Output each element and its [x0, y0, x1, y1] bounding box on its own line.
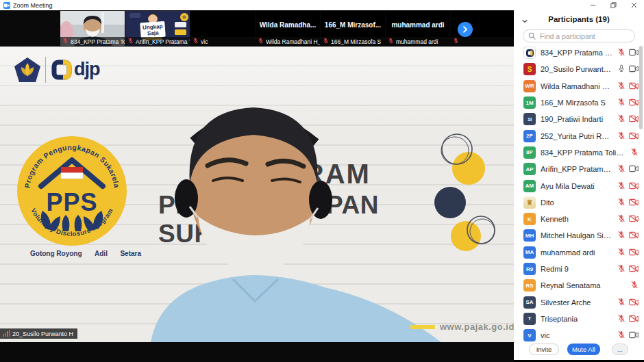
participant-row[interactable]: 834_KPP Pratama To... (Host, me) [514, 44, 639, 61]
participant-row[interactable]: APArifin_KPP Pratama Tolitoli [514, 161, 639, 177]
thumbnail-name-label: vic [190, 37, 255, 46]
participant-row[interactable]: MAmuhammad ardi [514, 244, 639, 261]
participant-row[interactable]: 1I190_Pratiwi Indarti [514, 111, 639, 127]
camera-off-icon [629, 296, 639, 309]
participant-status-icons [617, 313, 639, 325]
mute-all-button[interactable]: Mute All [567, 344, 600, 355]
thumbnail-name-label: Wilda Ramadhani H_... [256, 37, 320, 46]
camera-off-icon [629, 130, 639, 142]
camera-off-icon [629, 113, 639, 125]
participant-row[interactable]: KKenneth [514, 211, 639, 227]
avatar: K [523, 213, 536, 225]
video-thumbnail[interactable]: muhammad ardimuhammad ardi [386, 11, 450, 46]
muted-mic-icon [617, 163, 626, 175]
participant-status-icons [617, 196, 639, 209]
participant-name: Kenneth [541, 215, 612, 223]
window-title: Zoom Meeting [13, 2, 53, 9]
video-thumbnail[interactable]: Ungkap Saja Arifin_KPP Pratama T... [125, 11, 190, 46]
participant-row[interactable]: Vvic [514, 327, 639, 344]
muted-mic-icon [323, 38, 329, 45]
camera-off-icon [629, 246, 639, 259]
camera-on-icon [629, 163, 639, 175]
watermark: www.pajak.go.id [410, 322, 514, 332]
participant-name: 834_KPP Pratama To... (Host, me) [541, 49, 612, 57]
avatar: V [523, 329, 536, 341]
camera-off-icon [629, 180, 639, 192]
avatar: RS [523, 279, 536, 292]
thumbnail-name-label: 166_M Mirzasofa S [321, 37, 385, 46]
participant-name: 190_Pratiwi Indarti [541, 115, 612, 123]
scrollbar-thumb[interactable] [639, 46, 643, 129]
participants-header: Participants (19) [514, 10, 644, 27]
participant-row[interactable]: 2P252_Yurita Putri Rahmasari [514, 127, 639, 144]
participant-row[interactable]: 1M166_M Mirzasofa S [514, 94, 639, 111]
video-thumbnail[interactable]: 834_KPP Pratama Toli... [60, 11, 125, 46]
participant-status-icons [617, 263, 639, 275]
muted-mic-icon [617, 180, 626, 192]
participant-name: Arifin_KPP Pratama Tolitoli [541, 165, 612, 173]
thumbnail-name-label: muhammad ardi [386, 37, 450, 46]
avatar: 8P [523, 146, 536, 159]
camera-off-icon [629, 313, 639, 325]
avatar: SA [523, 296, 536, 309]
participant-name: 166_M Mirzasofa S [541, 99, 612, 107]
thumbnail-name-label [451, 37, 514, 46]
camera-on-icon [629, 329, 639, 341]
tagline-item: Gotong Royong [30, 250, 82, 257]
participant-row[interactable]: R9Redmi 9 [514, 261, 639, 277]
video-thumbnail[interactable]: Wilda Ramadha...Wilda Ramadhani H_... [256, 11, 320, 46]
active-speaker-video[interactable]: PROGRAM PENGUNGKAPAN SUKARELA [0, 47, 514, 342]
participant-name: Redmi 9 [541, 265, 612, 273]
participant-status-icons [617, 246, 639, 259]
speaker-name-text: 20_Susilo Purwanto H [12, 331, 73, 337]
avatar: 2P [523, 130, 536, 142]
muted-mic-icon [617, 329, 626, 341]
camera-on-icon [629, 47, 639, 59]
participant-status-icons [617, 163, 639, 175]
camera-off-icon [629, 229, 639, 242]
participant-row[interactable]: TTriseptania [514, 311, 639, 327]
more-options-button[interactable]: ... [612, 344, 628, 355]
participant-row[interactable]: RSReynal Senatama [514, 277, 639, 294]
djp-logo-text: djp [74, 59, 100, 80]
thumbnail-display-name: 166_M Mirzasof... [321, 21, 385, 29]
participant-row[interactable]: S20_Susilo Purwanto H (Co-host) [514, 61, 639, 77]
pps-acronym: PPS [46, 188, 97, 216]
invite-button[interactable]: Invite [529, 344, 559, 355]
camera-on-icon [629, 63, 639, 75]
close-button[interactable] [623, 0, 644, 10]
participants-panel: Participants (19) 834_KPP Pratama To... … [514, 10, 644, 360]
thumbnail-name-label: Arifin_KPP Pratama T... [125, 37, 190, 46]
muted-mic-icon [453, 38, 459, 45]
participant-name: Wilda Ramadhani H_... (Co-host) [541, 82, 612, 90]
muted-mic-icon [193, 38, 199, 45]
muted-mic-icon [630, 279, 639, 292]
participant-row[interactable]: SASilvester Arche [514, 294, 639, 310]
avatar: AM [523, 180, 536, 192]
muted-mic-icon [127, 38, 134, 45]
participant-row[interactable]: 8P834_KPP Pratama Toli Toli_2 [514, 144, 639, 161]
participant-status-icons [617, 80, 639, 92]
search-box[interactable] [523, 29, 635, 42]
video-thumbnail[interactable]: vic [190, 11, 255, 46]
muted-mic-icon [617, 196, 626, 209]
participant-name: 834_KPP Pratama Toli Toli_2 [541, 148, 626, 157]
participant-name: 20_Susilo Purwanto H (Co-host) [541, 65, 612, 73]
participant-name: Dito [541, 198, 612, 207]
video-thumbnail[interactable]: 166_M Mirzasof...166_M Mirzasofa S [321, 11, 385, 46]
search-input[interactable] [538, 31, 630, 41]
muted-mic-icon [617, 263, 626, 275]
chevron-down-icon[interactable] [521, 15, 528, 27]
title-bar: Zoom Meeting [0, 0, 644, 10]
participant-row[interactable]: MHMitchel Haulgan Siallagan [514, 227, 639, 244]
next-page-button[interactable] [458, 22, 473, 37]
muted-mic-icon [630, 146, 639, 159]
minimize-button[interactable] [582, 0, 603, 10]
participant-row[interactable]: AMAyu Mila Dewati [514, 177, 639, 194]
window-controls [582, 0, 644, 10]
participant-name: Triseptania [541, 315, 612, 323]
person-silhouette [151, 107, 441, 342]
participant-row[interactable]: WRWilda Ramadhani H_... (Co-host) [514, 78, 639, 94]
participant-row[interactable]: ♛Dito [514, 194, 639, 211]
restore-button[interactable] [603, 0, 623, 10]
